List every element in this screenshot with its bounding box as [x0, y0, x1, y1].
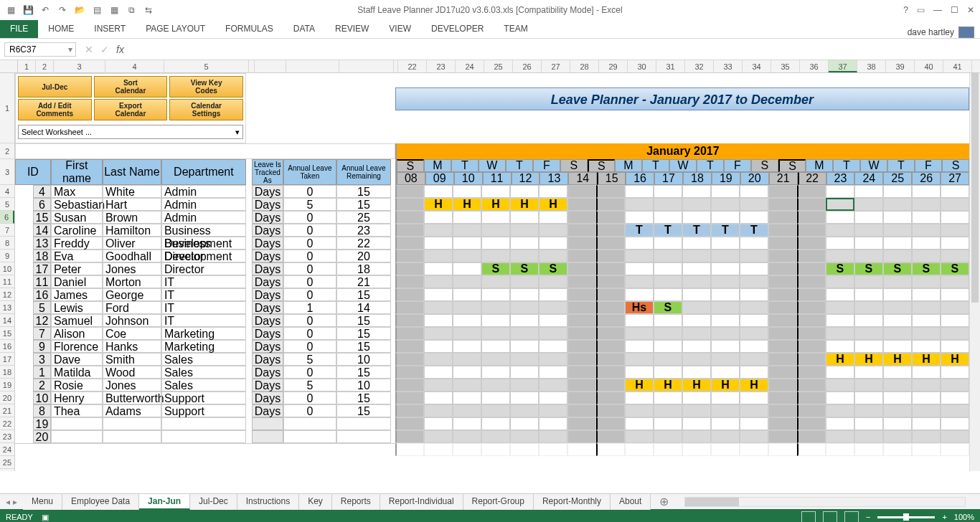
- cal-cell-r3-c7[interactable]: [596, 224, 625, 237]
- cal-cell-r16-c18[interactable]: [912, 392, 941, 404]
- row-header-2[interactable]: 2: [0, 143, 14, 159]
- cal-cell-r4-c7[interactable]: [596, 237, 625, 250]
- cal-cell-r15-c0[interactable]: [395, 379, 424, 392]
- cal-cell-r3-c17[interactable]: [883, 224, 912, 237]
- cal-cell-r4-c12[interactable]: [740, 237, 768, 250]
- cal-cell-r11-c3[interactable]: [481, 327, 510, 340]
- cal-cell-r7-c0[interactable]: [395, 275, 424, 288]
- cal-cell-r6-c9[interactable]: [654, 262, 682, 275]
- cal-cell-r12-c12[interactable]: [740, 340, 768, 353]
- cal-cell-r19-c19[interactable]: [941, 430, 969, 443]
- cal-cell-r3-c6[interactable]: [567, 224, 596, 237]
- cal-cell-r17-c19[interactable]: [941, 404, 969, 417]
- cal-cell-r11-c7[interactable]: [596, 327, 625, 340]
- cal-cell-r17-c14[interactable]: [797, 404, 826, 417]
- sheet-tab-key[interactable]: Key: [299, 494, 332, 510]
- cal-cell-r5-c15[interactable]: [826, 250, 854, 262]
- cal-cell-r5-c18[interactable]: [912, 250, 941, 262]
- cal-cell-r17-c11[interactable]: [711, 404, 740, 417]
- cal-cell-r17-c1[interactable]: [424, 404, 453, 417]
- cal-cell-r13-c18[interactable]: H: [912, 353, 941, 366]
- cal-cell-r4-c10[interactable]: [682, 237, 711, 250]
- cal-cell-r8-c15[interactable]: [826, 288, 854, 301]
- cal-cell-r16-c1[interactable]: [424, 392, 453, 404]
- cal-cell-r5-c8[interactable]: [625, 250, 654, 262]
- row-header-19[interactable]: 19: [0, 379, 14, 392]
- cal-cell-r15-c1[interactable]: [424, 379, 453, 392]
- row-header-4[interactable]: 4: [0, 185, 14, 198]
- cal-cell-r11-c2[interactable]: [453, 327, 481, 340]
- row-header-15[interactable]: 15: [0, 327, 14, 340]
- cal-cell-r13-c11[interactable]: [711, 353, 740, 366]
- cal-cell-r19-c5[interactable]: [539, 430, 567, 443]
- cal-cell-r16-c14[interactable]: [797, 392, 826, 404]
- cal-cell-r8-c1[interactable]: [424, 288, 453, 301]
- cal-cell-r5-c5[interactable]: [539, 250, 567, 262]
- cal-cell-r1-c10[interactable]: [682, 198, 711, 211]
- cal-cell-r19-c1[interactable]: [424, 430, 453, 443]
- cal-cell-r8-c7[interactable]: [596, 288, 625, 301]
- cal-cell-r18-c9[interactable]: [654, 417, 682, 430]
- cal-cell-r8-c12[interactable]: [740, 288, 768, 301]
- minimize-icon[interactable]: —: [933, 5, 942, 15]
- cal-cell-r12-c8[interactable]: [625, 340, 654, 353]
- cal-cell-r17-c15[interactable]: [826, 404, 854, 417]
- cal-cell-r2-c10[interactable]: [682, 211, 711, 224]
- cal-cell-r16-c4[interactable]: [510, 392, 539, 404]
- cal-cell-r6-c19[interactable]: S: [941, 262, 969, 275]
- cal-cell-r11-c9[interactable]: [654, 327, 682, 340]
- row-header-23[interactable]: 23: [0, 430, 14, 443]
- zoom-in-icon[interactable]: +: [942, 513, 946, 521]
- sheet-tab-report-group[interactable]: Report-Group: [463, 494, 534, 510]
- cal-cell-r6-c3[interactable]: S: [481, 262, 510, 275]
- sheet-tab-employee-data[interactable]: Employee Data: [62, 494, 139, 510]
- cal-cell-r9-c15[interactable]: [826, 301, 854, 314]
- cal-cell-r4-c11[interactable]: [711, 237, 740, 250]
- cal-cell-r8-c2[interactable]: [453, 288, 481, 301]
- cal-cell-r10-c17[interactable]: [883, 314, 912, 327]
- cal-cell-r15-c17[interactable]: [883, 379, 912, 392]
- cal-cell-r17-c8[interactable]: [625, 404, 654, 417]
- row-header-1[interactable]: 1: [0, 73, 14, 143]
- new-sheet-icon[interactable]: ⊕: [651, 495, 677, 508]
- cal-cell-r7-c15[interactable]: [826, 275, 854, 288]
- cal-cell-r13-c16[interactable]: H: [854, 353, 883, 366]
- enter-formula-icon[interactable]: ✓: [100, 44, 109, 55]
- cal-cell-r7-c11[interactable]: [711, 275, 740, 288]
- cal-cell-r18-c7[interactable]: [596, 417, 625, 430]
- cal-cell-r0-c17[interactable]: [883, 185, 912, 198]
- cal-cell-r17-c4[interactable]: [510, 404, 539, 417]
- cal-cell-r9-c1[interactable]: [424, 301, 453, 314]
- cal-cell-r11-c8[interactable]: [625, 327, 654, 340]
- cells-grid[interactable]: Jul-DecSortCalendarView KeyCodesAdd / Ed…: [15, 73, 969, 471]
- cal-cell-r5-c19[interactable]: [941, 250, 969, 262]
- cal-cell-r2-c3[interactable]: [481, 211, 510, 224]
- row-header-3[interactable]: 3: [0, 159, 14, 185]
- cal-cell-r9-c13[interactable]: [768, 301, 797, 314]
- tab-nav-last-icon[interactable]: ▸: [13, 497, 17, 507]
- cal-cell-r10-c1[interactable]: [424, 314, 453, 327]
- sheet-icon[interactable]: ▤: [90, 4, 103, 16]
- cal-cell-r10-c14[interactable]: [797, 314, 826, 327]
- cal-cell-r14-c2[interactable]: [453, 366, 481, 379]
- col-header-28[interactable]: 28: [570, 60, 599, 72]
- cal-cell-r17-c10[interactable]: [682, 404, 711, 417]
- cal-cell-r4-c15[interactable]: [826, 237, 854, 250]
- cal-cell-r18-c5[interactable]: [539, 417, 567, 430]
- view-normal-icon[interactable]: [801, 511, 816, 522]
- view-page-layout-icon[interactable]: [823, 511, 837, 522]
- cal-cell-r18-c8[interactable]: [625, 417, 654, 430]
- cal-cell-r17-c5[interactable]: [539, 404, 567, 417]
- cal-cell-r2-c19[interactable]: [941, 211, 969, 224]
- cal-cell-r16-c6[interactable]: [567, 392, 596, 404]
- cal-cell-r7-c12[interactable]: [740, 275, 768, 288]
- cal-cell-r0-c18[interactable]: [912, 185, 941, 198]
- cal-cell-r16-c3[interactable]: [481, 392, 510, 404]
- cal-cell-r14-c16[interactable]: [854, 366, 883, 379]
- cal-cell-r2-c0[interactable]: [395, 211, 424, 224]
- cal-cell-r19-c3[interactable]: [481, 430, 510, 443]
- cal-cell-r3-c18[interactable]: [912, 224, 941, 237]
- cal-cell-r4-c1[interactable]: [424, 237, 453, 250]
- cal-cell-r10-c12[interactable]: [740, 314, 768, 327]
- col-header-36[interactable]: 36: [800, 60, 829, 72]
